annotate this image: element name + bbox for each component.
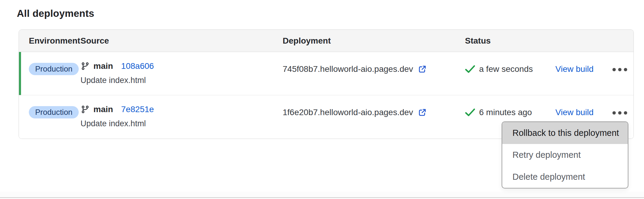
environment-badge: Production [29, 106, 79, 118]
current-deployment-indicator-bar [19, 52, 21, 95]
git-branch-icon [80, 105, 90, 114]
menu-item-delete[interactable]: Delete deployment [502, 166, 628, 188]
status-cell: a few seconds [465, 63, 533, 76]
ellipsis-icon [612, 68, 627, 71]
column-header-source: Source [80, 36, 109, 46]
deployment-cell: 745f08b7.helloworld-aio.pages.dev [283, 63, 427, 76]
ellipsis-dot [612, 111, 616, 115]
ellipsis-dot [618, 68, 621, 71]
deployment-url: 1f6e20b7.helloworld-aio.pages.dev [283, 108, 413, 117]
overflow-menu-button[interactable] [605, 63, 635, 75]
status-time: a few seconds [479, 64, 533, 74]
external-link-icon[interactable] [418, 108, 427, 117]
branch-name: main [93, 61, 113, 71]
check-icon [465, 65, 475, 73]
commit-message: Update index.html [80, 76, 154, 85]
deployment-url: 745f08b7.helloworld-aio.pages.dev [283, 64, 413, 74]
ellipsis-dot [624, 111, 627, 115]
ellipsis-dot [624, 68, 627, 71]
view-build-link[interactable]: View build [555, 108, 594, 117]
environment-badge: Production [29, 63, 79, 75]
external-link-icon[interactable] [418, 65, 427, 74]
check-icon [465, 108, 475, 117]
git-branch-icon [80, 62, 90, 71]
ellipsis-dot [612, 68, 616, 71]
branch-name: main [93, 105, 113, 114]
page-title: All deployments [17, 8, 94, 19]
commit-message: Update index.html [80, 119, 154, 128]
deployment-context-menu: Rollback to this deployment Retry deploy… [502, 121, 628, 188]
menu-item-retry[interactable]: Retry deployment [502, 144, 628, 166]
deployment-row: Production main 108a606 Update index.htm… [19, 52, 633, 95]
ellipsis-dot [618, 111, 621, 115]
overflow-menu-button[interactable] [605, 107, 635, 119]
ellipsis-icon [612, 111, 627, 115]
column-header-status: Status [465, 36, 491, 46]
source-cell: main 108a606 Update index.html [80, 59, 154, 85]
deployment-cell: 1f6e20b7.helloworld-aio.pages.dev [283, 106, 427, 119]
commit-link[interactable]: 7e8251e [121, 105, 154, 114]
commit-link[interactable]: 108a606 [121, 61, 154, 71]
status-cell: 6 minutes ago [465, 106, 532, 119]
column-header-environment: Environment [29, 36, 80, 46]
status-time: 6 minutes ago [479, 108, 532, 117]
source-cell: main 7e8251e Update index.html [80, 103, 154, 128]
view-build-link[interactable]: View build [555, 64, 594, 74]
column-header-deployment: Deployment [283, 36, 331, 46]
page-bottom-divider [0, 197, 644, 198]
table-header-row: Environment Source Deployment Status [19, 30, 633, 52]
menu-item-rollback[interactable]: Rollback to this deployment [502, 122, 628, 144]
page-bottom-band [0, 192, 644, 197]
